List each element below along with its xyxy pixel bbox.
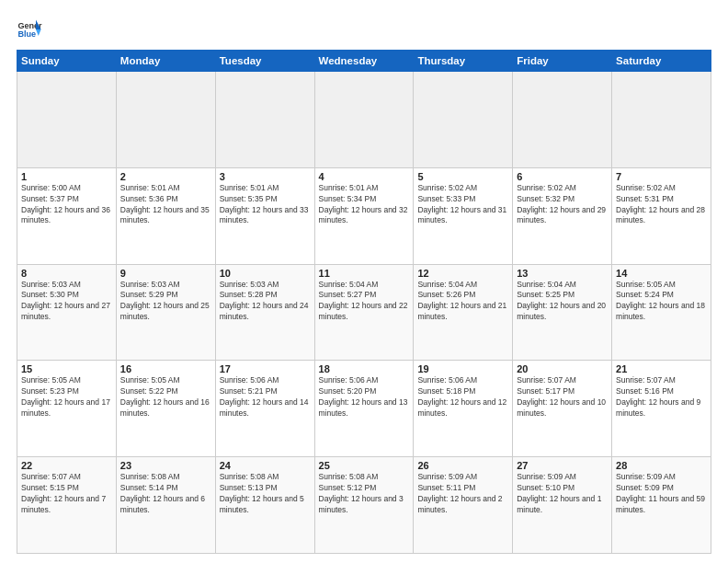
day-number: 19 xyxy=(417,363,508,374)
day-number: 6 xyxy=(517,171,608,182)
day-number: 2 xyxy=(120,171,211,182)
table-row: 18Sunrise: 5:06 AMSunset: 5:20 PMDayligh… xyxy=(314,361,414,457)
day-info: Sunrise: 5:04 AMSunset: 5:25 PMDaylight:… xyxy=(517,280,608,324)
day-number: 16 xyxy=(120,363,211,374)
day-number: 24 xyxy=(220,460,311,471)
col-saturday: Saturday xyxy=(612,51,711,72)
day-header-row: Sunday Monday Tuesday Wednesday Thursday… xyxy=(17,51,711,72)
day-info: Sunrise: 5:05 AMSunset: 5:23 PMDaylight:… xyxy=(21,375,112,419)
day-info: Sunrise: 5:07 AMSunset: 5:17 PMDaylight:… xyxy=(517,375,608,419)
day-info: Sunrise: 5:00 AMSunset: 5:37 PMDaylight:… xyxy=(21,183,112,227)
day-number: 22 xyxy=(21,460,112,471)
col-friday: Friday xyxy=(513,51,612,72)
day-info: Sunrise: 5:07 AMSunset: 5:15 PMDaylight:… xyxy=(21,472,112,516)
day-info: Sunrise: 5:02 AMSunset: 5:33 PMDaylight:… xyxy=(417,183,508,227)
day-info: Sunrise: 5:09 AMSunset: 5:10 PMDaylight:… xyxy=(517,472,608,516)
day-info: Sunrise: 5:05 AMSunset: 5:24 PMDaylight:… xyxy=(616,280,707,324)
col-thursday: Thursday xyxy=(414,51,513,72)
day-info: Sunrise: 5:01 AMSunset: 5:36 PMDaylight:… xyxy=(120,183,211,227)
day-number: 11 xyxy=(319,268,410,279)
day-info: Sunrise: 5:08 AMSunset: 5:14 PMDaylight:… xyxy=(120,472,211,516)
day-info: Sunrise: 5:09 AMSunset: 5:09 PMDaylight:… xyxy=(616,472,707,516)
calendar-week-4: 15Sunrise: 5:05 AMSunset: 5:23 PMDayligh… xyxy=(17,361,711,457)
day-number: 18 xyxy=(319,363,410,374)
table-row: 20Sunrise: 5:07 AMSunset: 5:17 PMDayligh… xyxy=(513,361,612,457)
table-row: 6Sunrise: 5:02 AMSunset: 5:32 PMDaylight… xyxy=(513,167,612,264)
day-number: 17 xyxy=(220,363,311,374)
table-row xyxy=(116,72,215,168)
day-number: 20 xyxy=(517,363,608,374)
table-row: 19Sunrise: 5:06 AMSunset: 5:18 PMDayligh… xyxy=(414,361,513,457)
day-number: 13 xyxy=(517,268,608,279)
calendar-week-3: 8Sunrise: 5:03 AMSunset: 5:30 PMDaylight… xyxy=(17,264,711,361)
col-sunday: Sunday xyxy=(17,51,117,72)
day-number: 10 xyxy=(220,268,311,279)
calendar-table: Sunday Monday Tuesday Wednesday Thursday… xyxy=(17,50,711,554)
calendar-week-5: 22Sunrise: 5:07 AMSunset: 5:15 PMDayligh… xyxy=(17,457,711,554)
day-info: Sunrise: 5:01 AMSunset: 5:34 PMDaylight:… xyxy=(319,183,410,227)
table-row: 26Sunrise: 5:09 AMSunset: 5:11 PMDayligh… xyxy=(414,457,513,554)
table-row xyxy=(414,72,513,168)
table-row: 12Sunrise: 5:04 AMSunset: 5:26 PMDayligh… xyxy=(414,264,513,361)
table-row: 25Sunrise: 5:08 AMSunset: 5:12 PMDayligh… xyxy=(314,457,414,554)
day-info: Sunrise: 5:04 AMSunset: 5:26 PMDaylight:… xyxy=(417,280,508,324)
col-monday: Monday xyxy=(116,51,215,72)
day-number: 21 xyxy=(616,363,707,374)
day-number: 12 xyxy=(417,268,508,279)
calendar-week-1 xyxy=(17,72,711,168)
table-row: 11Sunrise: 5:04 AMSunset: 5:27 PMDayligh… xyxy=(314,264,414,361)
table-row: 14Sunrise: 5:05 AMSunset: 5:24 PMDayligh… xyxy=(612,264,711,361)
day-number: 5 xyxy=(417,171,508,182)
calendar-week-2: 1Sunrise: 5:00 AMSunset: 5:37 PMDaylight… xyxy=(17,167,711,264)
col-wednesday: Wednesday xyxy=(314,51,414,72)
day-info: Sunrise: 5:05 AMSunset: 5:22 PMDaylight:… xyxy=(120,375,211,419)
header: General Blue xyxy=(17,17,711,42)
table-row: 4Sunrise: 5:01 AMSunset: 5:34 PMDaylight… xyxy=(314,167,414,264)
table-row: 1Sunrise: 5:00 AMSunset: 5:37 PMDaylight… xyxy=(17,167,117,264)
table-row: 23Sunrise: 5:08 AMSunset: 5:14 PMDayligh… xyxy=(116,457,215,554)
day-number: 8 xyxy=(21,268,112,279)
table-row: 10Sunrise: 5:03 AMSunset: 5:28 PMDayligh… xyxy=(215,264,314,361)
day-info: Sunrise: 5:06 AMSunset: 5:18 PMDaylight:… xyxy=(417,375,508,419)
svg-marker-3 xyxy=(36,29,41,36)
table-row: 28Sunrise: 5:09 AMSunset: 5:09 PMDayligh… xyxy=(612,457,711,554)
table-row: 2Sunrise: 5:01 AMSunset: 5:36 PMDaylight… xyxy=(116,167,215,264)
day-number: 23 xyxy=(120,460,211,471)
day-info: Sunrise: 5:01 AMSunset: 5:35 PMDaylight:… xyxy=(220,183,311,227)
day-info: Sunrise: 5:03 AMSunset: 5:28 PMDaylight:… xyxy=(220,280,311,324)
table-row: 3Sunrise: 5:01 AMSunset: 5:35 PMDaylight… xyxy=(215,167,314,264)
day-number: 14 xyxy=(616,268,707,279)
day-number: 7 xyxy=(616,171,707,182)
day-number: 3 xyxy=(220,171,311,182)
day-info: Sunrise: 5:09 AMSunset: 5:11 PMDaylight:… xyxy=(417,472,508,516)
day-info: Sunrise: 5:03 AMSunset: 5:29 PMDaylight:… xyxy=(120,280,211,324)
day-number: 26 xyxy=(417,460,508,471)
table-row: 17Sunrise: 5:06 AMSunset: 5:21 PMDayligh… xyxy=(215,361,314,457)
day-info: Sunrise: 5:03 AMSunset: 5:30 PMDaylight:… xyxy=(21,280,112,324)
day-number: 4 xyxy=(319,171,410,182)
day-info: Sunrise: 5:06 AMSunset: 5:20 PMDaylight:… xyxy=(319,375,410,419)
table-row: 22Sunrise: 5:07 AMSunset: 5:15 PMDayligh… xyxy=(17,457,117,554)
table-row xyxy=(215,72,314,168)
table-row xyxy=(612,72,711,168)
day-info: Sunrise: 5:08 AMSunset: 5:12 PMDaylight:… xyxy=(319,472,410,516)
table-row xyxy=(314,72,414,168)
table-row: 7Sunrise: 5:02 AMSunset: 5:31 PMDaylight… xyxy=(612,167,711,264)
table-row: 5Sunrise: 5:02 AMSunset: 5:33 PMDaylight… xyxy=(414,167,513,264)
table-row xyxy=(513,72,612,168)
table-row: 21Sunrise: 5:07 AMSunset: 5:16 PMDayligh… xyxy=(612,361,711,457)
day-number: 9 xyxy=(120,268,211,279)
logo-icon: General Blue xyxy=(17,17,42,42)
table-row: 15Sunrise: 5:05 AMSunset: 5:23 PMDayligh… xyxy=(17,361,117,457)
table-row: 9Sunrise: 5:03 AMSunset: 5:29 PMDaylight… xyxy=(116,264,215,361)
page: General Blue Sunday Monday Tuesday Wedne… xyxy=(0,0,728,563)
svg-text:Blue: Blue xyxy=(17,29,36,39)
day-number: 1 xyxy=(21,171,112,182)
logo: General Blue xyxy=(17,17,42,42)
day-info: Sunrise: 5:02 AMSunset: 5:32 PMDaylight:… xyxy=(517,183,608,227)
day-number: 25 xyxy=(319,460,410,471)
table-row: 27Sunrise: 5:09 AMSunset: 5:10 PMDayligh… xyxy=(513,457,612,554)
day-info: Sunrise: 5:07 AMSunset: 5:16 PMDaylight:… xyxy=(616,375,707,419)
col-tuesday: Tuesday xyxy=(215,51,314,72)
day-info: Sunrise: 5:08 AMSunset: 5:13 PMDaylight:… xyxy=(220,472,311,516)
